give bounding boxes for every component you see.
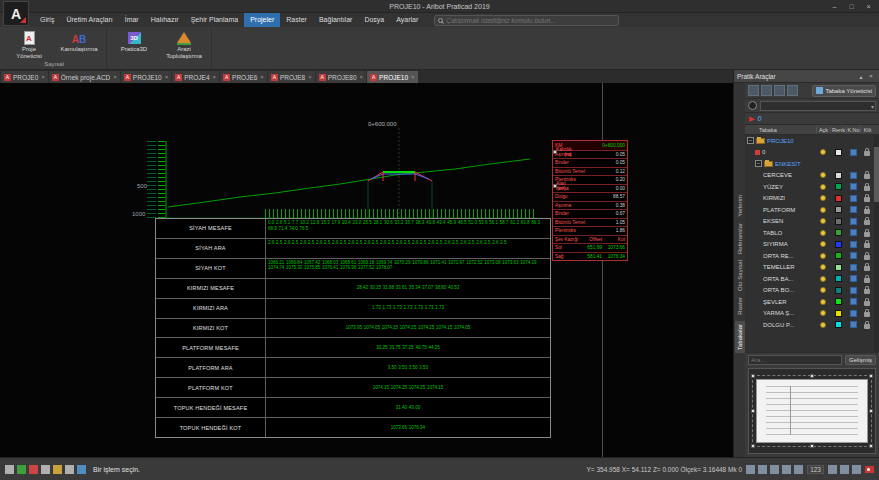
lock-toggle[interactable] — [860, 263, 874, 271]
layer-row[interactable]: ŞEVLER — [745, 296, 874, 308]
command-search-input[interactable] — [446, 17, 615, 24]
app-logo[interactable]: A — [3, 1, 29, 26]
numeric-input-toggle[interactable]: 123 — [807, 465, 824, 474]
pen-cell[interactable] — [846, 172, 860, 179]
pen-cell[interactable] — [846, 275, 860, 282]
pen-cell[interactable] — [846, 218, 860, 225]
pen-cell[interactable] — [846, 149, 860, 156]
resize-handle[interactable] — [869, 444, 873, 448]
visibility-toggle[interactable] — [816, 149, 830, 155]
doc-tab[interactable]: APROJE10× — [121, 71, 171, 83]
visibility-toggle[interactable] — [816, 264, 830, 270]
color-cell[interactable] — [830, 206, 846, 213]
resize-handle[interactable] — [751, 409, 755, 413]
tab-close-icon[interactable]: × — [308, 74, 312, 80]
color-cell[interactable] — [830, 183, 846, 190]
resize-handle[interactable] — [810, 444, 814, 448]
command-search-box[interactable] — [434, 15, 619, 26]
pratica3d-button[interactable]: 3D Pratica3D — [109, 29, 159, 60]
keyboard-icon[interactable] — [828, 465, 837, 474]
lock-toggle[interactable] — [860, 321, 874, 329]
arazi-toplulastirma-button[interactable]: AraziToplulaştırma — [159, 29, 209, 60]
visibility-toggle[interactable] — [816, 184, 830, 190]
pen-cell[interactable] — [846, 183, 860, 190]
scrollbar-thumb[interactable] — [874, 147, 879, 202]
proje-yoneticisi-button[interactable]: A ProjeYöneticisi — [4, 29, 54, 60]
layer-row[interactable]: 0 — [745, 147, 874, 159]
menu-projeler[interactable]: Projeler — [244, 13, 280, 27]
side-tab-oto-sayisal[interactable]: Oto Sayısal — [735, 260, 745, 291]
lock-toggle[interactable] — [860, 240, 874, 248]
panel-close-icon[interactable]: × — [866, 73, 876, 79]
visibility-toggle[interactable] — [816, 310, 830, 316]
settings-icon[interactable] — [852, 465, 861, 474]
resize-handle[interactable] — [869, 409, 873, 413]
color-cell[interactable] — [830, 218, 846, 225]
layer-row[interactable]: SIYIRMA — [745, 239, 874, 251]
tree-scrollbar[interactable] — [874, 135, 879, 352]
menu-ayarlar[interactable]: Ayarlar — [390, 13, 424, 27]
lock-toggle[interactable] — [860, 229, 874, 237]
snap-icon[interactable] — [17, 465, 26, 474]
doc-tab[interactable]: APROJE6× — [220, 71, 267, 83]
visibility-toggle[interactable] — [816, 287, 830, 293]
layer-row[interactable]: CERCEVE — [745, 170, 874, 182]
pen-cell[interactable] — [846, 310, 860, 317]
color-cell[interactable] — [830, 149, 846, 156]
layer-row[interactable]: YARMA Ş... — [745, 308, 874, 320]
lock-toggle[interactable] — [860, 286, 874, 294]
select-mode-icon[interactable] — [5, 465, 14, 474]
visibility-toggle[interactable] — [816, 276, 830, 282]
resize-handle[interactable] — [751, 374, 755, 378]
model-icon[interactable] — [758, 465, 767, 474]
side-tab-referanslar[interactable]: Referanslar — [735, 223, 745, 254]
color-cell[interactable] — [830, 275, 846, 282]
side-tab-yerlerim[interactable]: Yerlerim — [735, 195, 745, 217]
lineweight-icon[interactable] — [794, 465, 803, 474]
visibility-toggle[interactable] — [816, 253, 830, 259]
polar-icon[interactable] — [65, 465, 74, 474]
color-cell[interactable] — [830, 310, 846, 317]
layer-filter-icon[interactable] — [774, 85, 785, 96]
color-cell[interactable] — [830, 172, 846, 179]
visibility-toggle[interactable] — [816, 241, 830, 247]
visibility-toggle[interactable] — [816, 195, 830, 201]
lock-toggle[interactable] — [860, 309, 874, 317]
grid-icon[interactable] — [29, 465, 38, 474]
pen-cell[interactable] — [846, 287, 860, 294]
layout-preview[interactable] — [748, 368, 876, 454]
tab-close-icon[interactable]: × — [113, 74, 117, 80]
lock-toggle[interactable] — [860, 194, 874, 202]
pin-icon[interactable]: ▴ — [856, 73, 866, 80]
menu-uretim-araclari[interactable]: Üretim Araçları — [60, 13, 118, 27]
resize-handle[interactable] — [869, 374, 873, 378]
tab-close-icon[interactable]: × — [41, 74, 45, 80]
layer-row[interactable]: ORTA BA... — [745, 273, 874, 285]
close-button[interactable]: × — [860, 0, 877, 13]
drawing-canvas[interactable]: 0+600.000 500 1000 SİYAH MESAFE0.0 2.6 5… — [0, 83, 733, 457]
layer-row[interactable]: KIRMIZI — [745, 193, 874, 205]
menu-raster[interactable]: Raster — [280, 13, 313, 27]
layer-search-input[interactable] — [748, 355, 842, 365]
layer-row[interactable]: EKSEN — [745, 216, 874, 228]
language-flag-icon[interactable] — [865, 466, 874, 473]
menu-imar[interactable]: İmar — [119, 13, 145, 27]
doc-tab[interactable]: AÖrnek proje.ACD× — [49, 71, 120, 83]
menu-sehir-planlama[interactable]: Şehir Planlama — [185, 13, 244, 27]
color-cell[interactable] — [830, 241, 846, 248]
pen-cell[interactable] — [846, 195, 860, 202]
color-cell[interactable] — [830, 287, 846, 294]
menu-halihazir[interactable]: Halıhazır — [145, 13, 185, 27]
lock-toggle[interactable] — [860, 275, 874, 283]
layer-row[interactable]: TEMELLER — [745, 262, 874, 274]
layer-row[interactable]: YÜZEY — [745, 181, 874, 193]
color-cell[interactable] — [830, 298, 846, 305]
project-row[interactable]: PROJE10 — [745, 135, 874, 147]
lock-toggle[interactable] — [860, 217, 874, 225]
layer-row[interactable]: ORTA BO... — [745, 285, 874, 297]
color-cell[interactable] — [830, 321, 846, 328]
record-icon[interactable] — [748, 101, 757, 110]
layer-row[interactable]: PLATFORM — [745, 204, 874, 216]
tab-close-icon[interactable]: × — [260, 74, 264, 80]
layout-icon[interactable] — [746, 465, 755, 474]
